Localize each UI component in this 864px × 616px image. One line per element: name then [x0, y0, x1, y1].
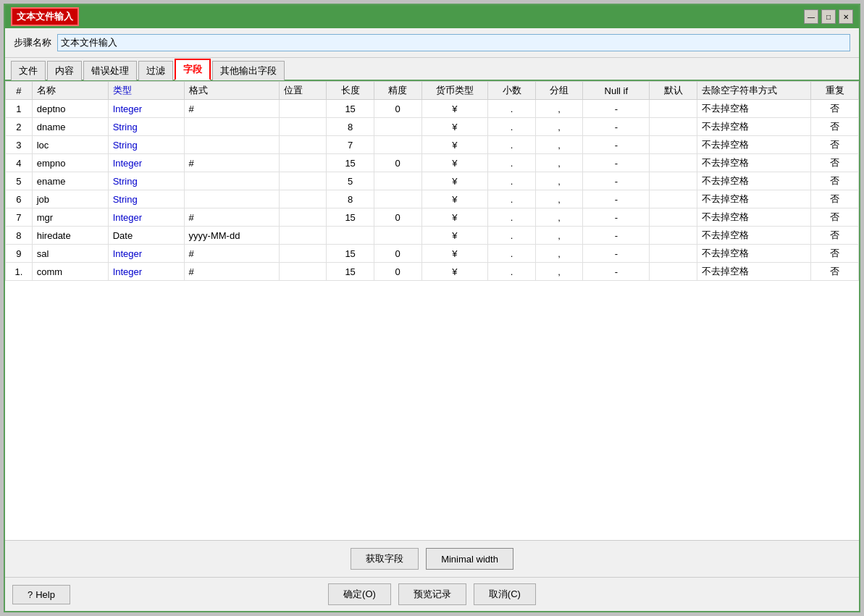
cell-trim: 不去掉空格: [697, 208, 810, 227]
table-row[interactable]: 4 empno Integer # 15 0 ¥ . , - 不去掉空格 否: [6, 154, 859, 172]
table-row[interactable]: 7 mgr Integer # 15 0 ¥ . , - 不去掉空格 否: [6, 208, 859, 227]
cell-decimal: .: [488, 118, 536, 136]
cell-decimal: .: [488, 245, 536, 263]
cell-dup: 否: [811, 118, 859, 136]
help-icon: ?: [28, 589, 33, 600]
step-name-input[interactable]: [57, 34, 850, 51]
cell-format: #: [184, 208, 279, 227]
cell-precision: 0: [374, 154, 421, 172]
cell-nullif: -: [583, 100, 650, 118]
table-row[interactable]: 1 deptno Integer # 15 0 ¥ . , - 不去掉空格 否: [6, 100, 859, 118]
header-pos: 位置: [279, 82, 327, 100]
cell-len: 15: [327, 100, 374, 118]
help-label: Help: [35, 589, 55, 600]
minimal-width-button[interactable]: Minimal width: [426, 548, 513, 570]
cell-format: #: [184, 100, 279, 118]
cell-name: dname: [32, 118, 108, 136]
cell-default: [650, 208, 697, 227]
cell-precision: [374, 190, 421, 208]
table-row[interactable]: 5 ename String 5 ¥ . , - 不去掉空格 否: [6, 172, 859, 190]
close-button[interactable]: ✕: [839, 9, 853, 24]
cell-pos: [279, 190, 327, 208]
cell-nullif: -: [583, 227, 650, 245]
table-row[interactable]: 8 hiredate Date yyyy-MM-dd ¥ . , - 不去掉空格…: [6, 227, 859, 245]
ok-button[interactable]: 确定(O): [328, 583, 391, 605]
cell-precision: 0: [374, 100, 421, 118]
cell-default: [650, 172, 697, 190]
cell-default: [650, 263, 697, 281]
tab-other[interactable]: 其他输出字段: [212, 61, 285, 80]
cell-group: ,: [535, 245, 583, 263]
cell-precision: 0: [374, 208, 421, 227]
cell-currency: ¥: [421, 136, 488, 154]
table-row[interactable]: 2 dname String 8 ¥ . , - 不去掉空格 否: [6, 118, 859, 136]
cell-group: ,: [535, 136, 583, 154]
cell-nullif: -: [583, 136, 650, 154]
table-row[interactable]: 9 sal Integer # 15 0 ¥ . , - 不去掉空格 否: [6, 245, 859, 263]
header-trim: 去除空字符串方式: [697, 82, 810, 100]
cell-pos: [279, 100, 327, 118]
title-bar-left: 文本文件输入: [11, 7, 79, 26]
table-row[interactable]: 1. comm Integer # 15 0 ¥ . , - 不去掉空格 否: [6, 263, 859, 281]
window-title: 文本文件输入: [11, 7, 79, 26]
cell-type: String: [108, 136, 184, 154]
cell-trim: 不去掉空格: [697, 172, 810, 190]
cell-decimal: .: [488, 136, 536, 154]
cell-format: [184, 118, 279, 136]
table-row[interactable]: 3 loc String 7 ¥ . , - 不去掉空格 否: [6, 136, 859, 154]
cell-index: 1: [6, 100, 33, 118]
preview-button[interactable]: 预览记录: [398, 583, 466, 605]
cell-currency: ¥: [421, 100, 488, 118]
cell-len: 8: [327, 118, 374, 136]
cell-dup: 否: [811, 154, 859, 172]
cell-precision: [374, 227, 421, 245]
cell-dup: 否: [811, 190, 859, 208]
help-button[interactable]: ? Help: [12, 585, 70, 604]
cell-trim: 不去掉空格: [697, 227, 810, 245]
cell-name: job: [32, 190, 108, 208]
cell-decimal: .: [488, 190, 536, 208]
cell-pos: [279, 154, 327, 172]
minimize-button[interactable]: —: [804, 9, 818, 24]
cell-group: ,: [535, 154, 583, 172]
tab-error[interactable]: 错误处理: [83, 61, 137, 80]
cell-nullif: -: [583, 190, 650, 208]
cell-dup: 否: [811, 245, 859, 263]
cell-default: [650, 118, 697, 136]
tab-file[interactable]: 文件: [11, 61, 46, 80]
cell-precision: [374, 172, 421, 190]
cell-trim: 不去掉空格: [697, 263, 810, 281]
cell-index: 5: [6, 172, 33, 190]
header-len: 长度: [327, 82, 374, 100]
table-row[interactable]: 6 job String 8 ¥ . , - 不去掉空格 否: [6, 190, 859, 208]
header-index: #: [6, 82, 33, 100]
tab-filter[interactable]: 过滤: [138, 61, 173, 80]
get-fields-button[interactable]: 获取字段: [351, 548, 419, 570]
cell-format: #: [184, 154, 279, 172]
cell-index: 9: [6, 245, 33, 263]
cell-trim: 不去掉空格: [697, 154, 810, 172]
cell-type: String: [108, 172, 184, 190]
cell-decimal: .: [488, 263, 536, 281]
tab-content[interactable]: 内容: [47, 61, 82, 80]
tab-fields[interactable]: 字段: [175, 59, 211, 80]
cell-name: empno: [32, 154, 108, 172]
cell-decimal: .: [488, 154, 536, 172]
cell-currency: ¥: [421, 263, 488, 281]
cell-len: 7: [327, 136, 374, 154]
cell-nullif: -: [583, 263, 650, 281]
cancel-button[interactable]: 取消(C): [474, 583, 536, 605]
fields-table-container: # 名称 类型 格式 位置 长度 精度 货币类型 小数 分组 Null if 默…: [5, 81, 859, 540]
cell-decimal: .: [488, 172, 536, 190]
cell-format: [184, 136, 279, 154]
cell-format: #: [184, 245, 279, 263]
cell-format: yyyy-MM-dd: [184, 227, 279, 245]
cell-type: Integer: [108, 154, 184, 172]
cell-default: [650, 100, 697, 118]
cell-group: ,: [535, 172, 583, 190]
cell-type: Integer: [108, 245, 184, 263]
cell-len: [327, 227, 374, 245]
maximize-button[interactable]: □: [821, 9, 836, 24]
header-currency: 货币类型: [421, 82, 488, 100]
step-name-row: 步骤名称: [5, 28, 859, 58]
